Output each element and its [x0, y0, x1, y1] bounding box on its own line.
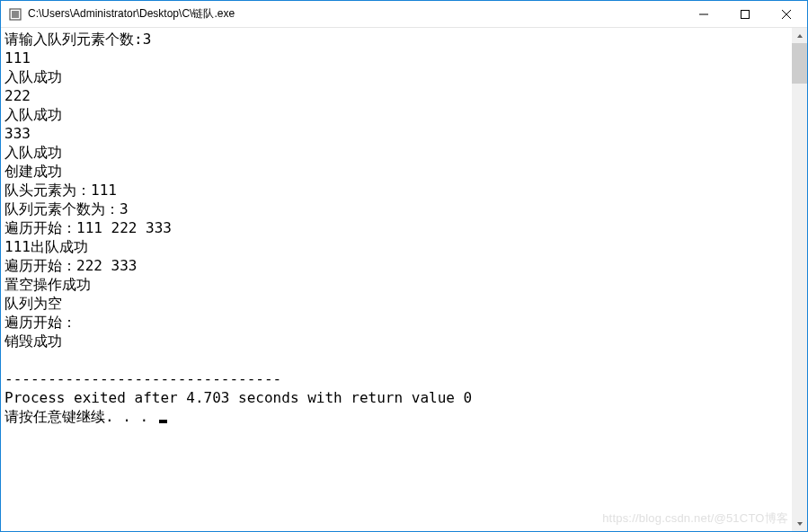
console-line: --------------------------------	[4, 369, 788, 388]
vertical-scrollbar[interactable]	[792, 28, 807, 531]
console-prompt: 请按任意键继续. . .	[4, 407, 788, 426]
console-line: 置空操作成功	[4, 275, 788, 294]
console-line: 队列元素个数为：3	[4, 200, 788, 218]
console-line	[4, 350, 788, 369]
svg-rect-3	[741, 10, 750, 18]
console-output[interactable]: 请输入队列元素个数:3111入队成功222入队成功333入队成功创建成功队头元素…	[1, 28, 792, 531]
console-line: 111	[4, 49, 788, 67]
minimize-button[interactable]	[683, 1, 724, 27]
scroll-up-button[interactable]	[792, 28, 807, 43]
scroll-down-button[interactable]	[792, 516, 807, 531]
console-line: 遍历开始：222 333	[4, 256, 788, 275]
console-line: 入队成功	[4, 105, 788, 124]
scroll-thumb[interactable]	[792, 43, 807, 84]
window-title: C:\Users\Administrator\Desktop\C\链队.exe	[28, 6, 235, 22]
titlebar-left: C:\Users\Administrator\Desktop\C\链队.exe	[1, 6, 235, 22]
console-line: 遍历开始：111 222 333	[4, 218, 788, 237]
console-line: 请输入队列元素个数:3	[4, 30, 788, 49]
console-line: 222	[4, 86, 788, 105]
console-line: 入队成功	[4, 67, 788, 86]
titlebar: C:\Users\Administrator\Desktop\C\链队.exe	[1, 1, 807, 28]
console-line: Process exited after 4.703 seconds with …	[4, 388, 788, 407]
svg-marker-6	[797, 34, 803, 38]
svg-marker-7	[797, 522, 803, 526]
close-button[interactable]	[766, 1, 807, 27]
console-line: 入队成功	[4, 143, 788, 162]
console-line: 销毁成功	[4, 332, 788, 350]
console-line: 111出队成功	[4, 237, 788, 256]
maximize-button[interactable]	[724, 1, 766, 27]
app-icon	[8, 7, 22, 22]
svg-rect-1	[12, 11, 19, 18]
console-line: 333	[4, 124, 788, 143]
titlebar-controls	[683, 1, 807, 27]
content-area: 请输入队列元素个数:3111入队成功222入队成功333入队成功创建成功队头元素…	[1, 28, 807, 531]
console-line: 队列为空	[4, 294, 788, 313]
cursor-icon	[159, 420, 167, 423]
console-line: 遍历开始：	[4, 313, 788, 332]
scroll-track[interactable]	[792, 43, 807, 516]
console-line: 队头元素为：111	[4, 181, 788, 200]
console-window: C:\Users\Administrator\Desktop\C\链队.exe …	[0, 0, 808, 532]
console-line: 创建成功	[4, 162, 788, 181]
